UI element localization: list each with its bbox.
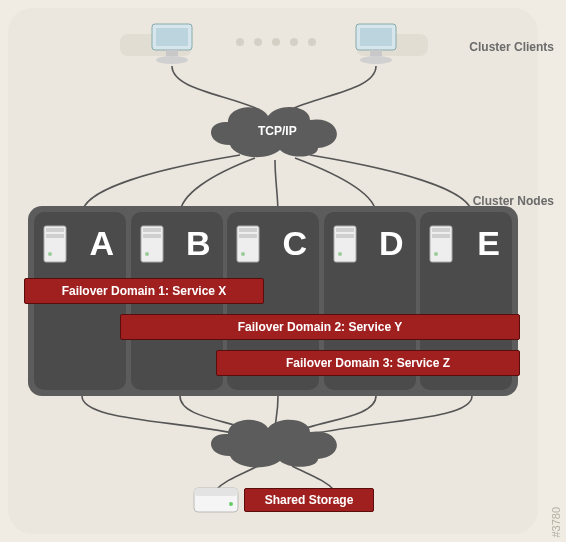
svg-rect-2 [166,50,178,56]
svg-point-3 [156,56,188,64]
svg-rect-13 [143,228,161,232]
label-shared-storage: Shared Storage [244,488,374,512]
cloud-storage-network [200,414,350,470]
failover-domain-bar: Failover Domain 2: Service Y [120,314,520,340]
svg-rect-22 [336,234,354,238]
svg-rect-26 [432,234,450,238]
svg-point-7 [360,56,392,64]
svg-rect-5 [360,28,392,46]
svg-point-27 [434,252,438,256]
svg-rect-14 [143,234,161,238]
server-icon [428,224,456,266]
server-icon [332,224,360,266]
failover-domain-bar: Failover Domain 3: Service Z [216,350,520,376]
node-letter: E [477,224,500,263]
svg-rect-29 [194,488,238,496]
server-icon [235,224,263,266]
node-letter: D [379,224,404,263]
svg-rect-10 [46,234,64,238]
svg-rect-25 [432,228,450,232]
svg-point-11 [48,252,52,256]
svg-point-19 [241,252,245,256]
client-computer-icon [352,22,400,66]
client-computer-icon [148,22,196,66]
label-cluster-clients: Cluster Clients [469,40,554,54]
storage-icon [192,482,240,516]
svg-rect-18 [239,234,257,238]
server-icon [139,224,167,266]
svg-point-30 [229,502,233,506]
svg-point-15 [145,252,149,256]
svg-rect-21 [336,228,354,232]
node-letter: A [89,224,114,263]
svg-rect-1 [156,28,188,46]
document-number: #3780 [550,507,562,538]
node-letter: C [282,224,307,263]
svg-rect-6 [370,50,382,56]
failover-domain-bar: Failover Domain 1: Service X [24,278,264,304]
svg-rect-9 [46,228,64,232]
label-tcpip: TCP/IP [258,124,297,138]
node-letter: B [186,224,211,263]
server-icon [42,224,70,266]
ellipsis-dots [236,38,316,54]
svg-rect-17 [239,228,257,232]
svg-point-23 [338,252,342,256]
